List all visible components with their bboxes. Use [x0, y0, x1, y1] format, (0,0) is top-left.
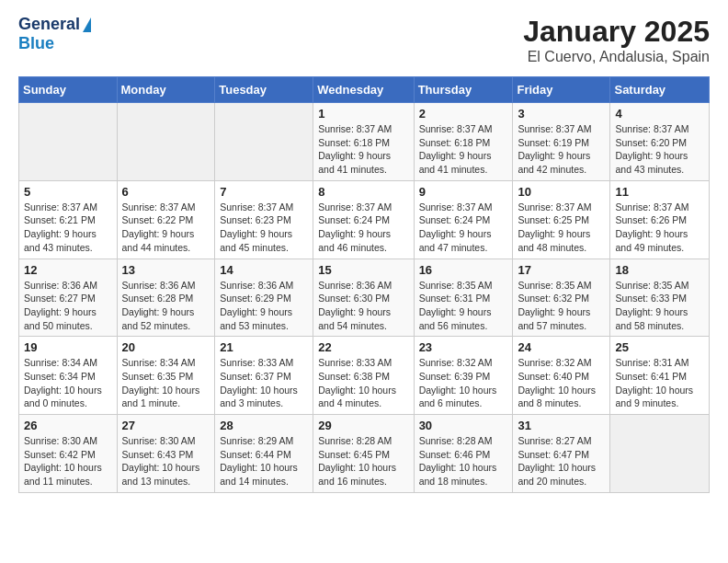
day-info: Sunrise: 8:27 AMSunset: 6:47 PMDaylight:… — [518, 434, 605, 488]
day-number: 19 — [24, 340, 112, 354]
day-info: Sunrise: 8:28 AMSunset: 6:45 PMDaylight:… — [318, 434, 408, 488]
day-number: 27 — [122, 419, 210, 432]
table-row: 27Sunrise: 8:30 AMSunset: 6:43 PMDayligh… — [117, 415, 215, 493]
table-row: 3Sunrise: 8:37 AMSunset: 6:19 PMDaylight… — [513, 103, 610, 181]
day-info: Sunrise: 8:32 AMSunset: 6:40 PMDaylight:… — [518, 356, 605, 410]
day-number: 15 — [318, 263, 408, 277]
col-tuesday: Tuesday — [215, 77, 313, 103]
day-info: Sunrise: 8:37 AMSunset: 6:18 PMDaylight:… — [318, 122, 408, 177]
day-number: 8 — [318, 185, 408, 199]
calendar-header-row: Sunday Monday Tuesday Wednesday Thursday… — [19, 77, 710, 103]
table-row — [610, 415, 710, 493]
table-row: 26Sunrise: 8:30 AMSunset: 6:42 PMDayligh… — [19, 415, 118, 493]
day-info: Sunrise: 8:37 AMSunset: 6:24 PMDaylight:… — [419, 201, 508, 255]
day-info: Sunrise: 8:29 AMSunset: 6:44 PMDaylight:… — [220, 434, 308, 488]
day-number: 13 — [122, 263, 210, 277]
day-info: Sunrise: 8:28 AMSunset: 6:46 PMDaylight:… — [419, 434, 508, 488]
table-row: 5Sunrise: 8:37 AMSunset: 6:21 PMDaylight… — [19, 180, 118, 259]
header: General Blue January 2025 El Cuervo, And… — [18, 15, 710, 65]
logo-triangle-icon — [83, 17, 91, 32]
logo-general-text: General — [18, 15, 80, 34]
day-info: Sunrise: 8:36 AMSunset: 6:27 PMDaylight:… — [24, 279, 112, 333]
day-number: 14 — [220, 263, 308, 277]
day-info: Sunrise: 8:33 AMSunset: 6:37 PMDaylight:… — [220, 356, 308, 410]
day-info: Sunrise: 8:37 AMSunset: 6:21 PMDaylight:… — [24, 201, 112, 255]
day-number: 5 — [24, 185, 112, 199]
calendar-week-row: 1Sunrise: 8:37 AMSunset: 6:18 PMDaylight… — [19, 103, 710, 181]
day-number: 16 — [419, 263, 508, 277]
day-number: 6 — [122, 185, 210, 199]
page-title: January 2025 — [523, 15, 710, 49]
table-row: 17Sunrise: 8:35 AMSunset: 6:32 PMDayligh… — [513, 259, 610, 337]
day-info: Sunrise: 8:37 AMSunset: 6:22 PMDaylight:… — [122, 201, 210, 255]
day-number: 4 — [615, 107, 704, 121]
logo: General Blue — [18, 15, 91, 52]
day-info: Sunrise: 8:33 AMSunset: 6:38 PMDaylight:… — [318, 356, 408, 410]
day-number: 25 — [615, 340, 704, 354]
table-row: 19Sunrise: 8:34 AMSunset: 6:34 PMDayligh… — [19, 337, 118, 415]
col-sunday: Sunday — [19, 77, 118, 103]
calendar: Sunday Monday Tuesday Wednesday Thursday… — [18, 76, 710, 493]
table-row — [19, 103, 118, 181]
table-row: 4Sunrise: 8:37 AMSunset: 6:20 PMDaylight… — [610, 103, 710, 181]
table-row: 8Sunrise: 8:37 AMSunset: 6:24 PMDaylight… — [313, 180, 414, 259]
day-number: 29 — [318, 419, 408, 432]
day-number: 1 — [318, 107, 408, 121]
day-number: 20 — [122, 340, 210, 354]
table-row — [215, 103, 313, 181]
day-number: 11 — [615, 185, 704, 199]
day-info: Sunrise: 8:31 AMSunset: 6:41 PMDaylight:… — [615, 356, 704, 410]
calendar-week-row: 19Sunrise: 8:34 AMSunset: 6:34 PMDayligh… — [19, 337, 710, 415]
day-info: Sunrise: 8:32 AMSunset: 6:39 PMDaylight:… — [419, 356, 508, 410]
day-number: 28 — [220, 419, 308, 432]
day-info: Sunrise: 8:35 AMSunset: 6:32 PMDaylight:… — [518, 279, 605, 333]
day-number: 2 — [419, 107, 508, 121]
day-number: 24 — [518, 340, 605, 354]
table-row: 6Sunrise: 8:37 AMSunset: 6:22 PMDaylight… — [117, 180, 215, 259]
table-row: 12Sunrise: 8:36 AMSunset: 6:27 PMDayligh… — [19, 259, 118, 337]
calendar-week-row: 12Sunrise: 8:36 AMSunset: 6:27 PMDayligh… — [19, 259, 710, 337]
table-row: 15Sunrise: 8:36 AMSunset: 6:30 PMDayligh… — [313, 259, 414, 337]
day-info: Sunrise: 8:37 AMSunset: 6:18 PMDaylight:… — [419, 122, 508, 177]
day-info: Sunrise: 8:30 AMSunset: 6:43 PMDaylight:… — [122, 434, 210, 488]
day-info: Sunrise: 8:36 AMSunset: 6:28 PMDaylight:… — [122, 279, 210, 333]
col-wednesday: Wednesday — [313, 77, 414, 103]
col-thursday: Thursday — [414, 77, 513, 103]
day-info: Sunrise: 8:34 AMSunset: 6:34 PMDaylight:… — [24, 356, 112, 410]
day-number: 10 — [518, 185, 605, 199]
table-row: 2Sunrise: 8:37 AMSunset: 6:18 PMDaylight… — [414, 103, 513, 181]
table-row: 1Sunrise: 8:37 AMSunset: 6:18 PMDaylight… — [313, 103, 414, 181]
table-row: 23Sunrise: 8:32 AMSunset: 6:39 PMDayligh… — [414, 337, 513, 415]
title-block: January 2025 El Cuervo, Andalusia, Spain — [523, 15, 710, 65]
day-info: Sunrise: 8:37 AMSunset: 6:24 PMDaylight:… — [318, 201, 408, 255]
table-row: 16Sunrise: 8:35 AMSunset: 6:31 PMDayligh… — [414, 259, 513, 337]
day-info: Sunrise: 8:30 AMSunset: 6:42 PMDaylight:… — [24, 434, 112, 488]
col-friday: Friday — [513, 77, 610, 103]
calendar-week-row: 26Sunrise: 8:30 AMSunset: 6:42 PMDayligh… — [19, 415, 710, 493]
day-info: Sunrise: 8:36 AMSunset: 6:30 PMDaylight:… — [318, 279, 408, 333]
day-info: Sunrise: 8:37 AMSunset: 6:25 PMDaylight:… — [518, 201, 605, 255]
table-row: 18Sunrise: 8:35 AMSunset: 6:33 PMDayligh… — [610, 259, 710, 337]
day-info: Sunrise: 8:35 AMSunset: 6:31 PMDaylight:… — [419, 279, 508, 333]
table-row: 24Sunrise: 8:32 AMSunset: 6:40 PMDayligh… — [513, 337, 610, 415]
col-saturday: Saturday — [610, 77, 710, 103]
table-row: 13Sunrise: 8:36 AMSunset: 6:28 PMDayligh… — [117, 259, 215, 337]
table-row: 22Sunrise: 8:33 AMSunset: 6:38 PMDayligh… — [313, 337, 414, 415]
day-number: 26 — [24, 419, 112, 432]
table-row: 25Sunrise: 8:31 AMSunset: 6:41 PMDayligh… — [610, 337, 710, 415]
day-info: Sunrise: 8:34 AMSunset: 6:35 PMDaylight:… — [122, 356, 210, 410]
table-row: 10Sunrise: 8:37 AMSunset: 6:25 PMDayligh… — [513, 180, 610, 259]
day-number: 17 — [518, 263, 605, 277]
page: General Blue January 2025 El Cuervo, And… — [0, 0, 728, 508]
col-monday: Monday — [117, 77, 215, 103]
day-info: Sunrise: 8:37 AMSunset: 6:20 PMDaylight:… — [615, 122, 704, 177]
calendar-week-row: 5Sunrise: 8:37 AMSunset: 6:21 PMDaylight… — [19, 180, 710, 259]
day-number: 31 — [518, 419, 605, 432]
day-number: 21 — [220, 340, 308, 354]
table-row: 30Sunrise: 8:28 AMSunset: 6:46 PMDayligh… — [414, 415, 513, 493]
day-number: 22 — [318, 340, 408, 354]
table-row: 11Sunrise: 8:37 AMSunset: 6:26 PMDayligh… — [610, 180, 710, 259]
day-number: 18 — [615, 263, 704, 277]
day-number: 3 — [518, 107, 605, 121]
table-row: 31Sunrise: 8:27 AMSunset: 6:47 PMDayligh… — [513, 415, 610, 493]
